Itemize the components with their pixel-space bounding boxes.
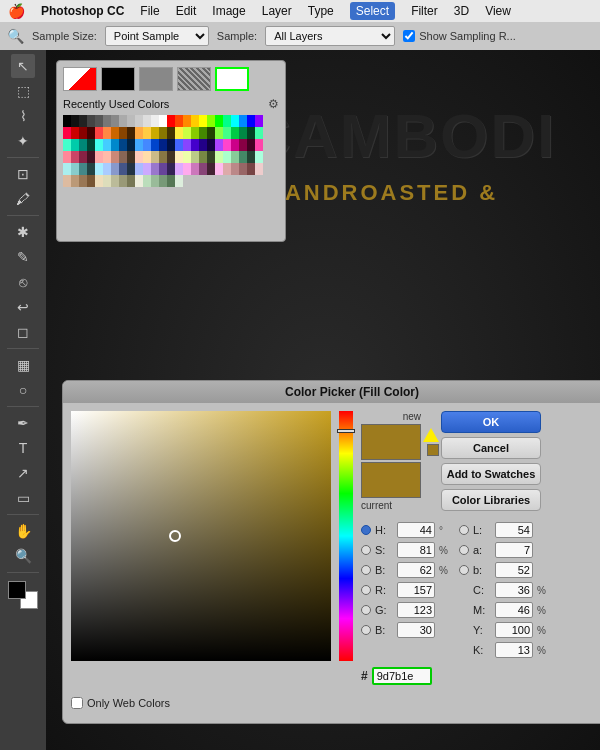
color-swatch-cell[interactable] [151, 139, 159, 151]
color-swatch-cell[interactable] [111, 115, 119, 127]
fg-bg-colors[interactable] [8, 581, 38, 609]
color-swatch-cell[interactable] [255, 151, 263, 163]
color-swatch-cell[interactable] [95, 151, 103, 163]
color-swatch-cell[interactable] [231, 115, 239, 127]
saturation-radio[interactable] [361, 545, 371, 555]
preset-pattern[interactable] [177, 67, 211, 91]
color-swatch-cell[interactable] [71, 127, 79, 139]
color-libraries-button[interactable]: Color Libraries [441, 489, 541, 511]
color-swatch-cell[interactable] [175, 127, 183, 139]
color-swatch-cell[interactable] [223, 115, 231, 127]
color-swatch-cell[interactable] [231, 127, 239, 139]
color-swatch-cell[interactable] [191, 127, 199, 139]
color-swatch-cell[interactable] [143, 139, 151, 151]
blue-input[interactable] [397, 622, 435, 638]
color-swatch-cell[interactable] [207, 139, 215, 151]
color-swatch-cell[interactable] [119, 151, 127, 163]
color-swatch-cell[interactable] [215, 127, 223, 139]
color-swatch-cell[interactable] [119, 175, 127, 187]
color-swatch-cell[interactable] [119, 115, 127, 127]
current-color-swatch[interactable] [361, 462, 421, 498]
color-swatch-cell[interactable] [183, 163, 191, 175]
move-tool[interactable]: ↖ [11, 54, 35, 78]
color-swatch-cell[interactable] [255, 139, 263, 151]
color-swatch-cell[interactable] [247, 163, 255, 175]
hand-tool[interactable]: ✋ [11, 519, 35, 543]
color-swatch-cell[interactable] [207, 115, 215, 127]
color-swatch-cell[interactable] [71, 175, 79, 187]
sample-size-select[interactable]: Point Sample 3 by 3 Average 5 by 5 Avera… [105, 26, 209, 46]
l-radio[interactable] [459, 525, 469, 535]
cyan-input[interactable] [495, 582, 533, 598]
hue-radio[interactable] [361, 525, 371, 535]
a-input[interactable] [495, 542, 533, 558]
hex-input[interactable] [372, 667, 432, 685]
color-swatch-cell[interactable] [95, 139, 103, 151]
color-swatch-cell[interactable] [103, 127, 111, 139]
preset-stroke[interactable] [63, 67, 97, 91]
color-swatch-cell[interactable] [95, 163, 103, 175]
color-swatch-cell[interactable] [255, 115, 263, 127]
color-swatch-cell[interactable] [127, 151, 135, 163]
color-swatch-cell[interactable] [239, 151, 247, 163]
color-swatch-cell[interactable] [103, 163, 111, 175]
color-swatch-cell[interactable] [255, 163, 263, 175]
color-swatch-cell[interactable] [119, 127, 127, 139]
green-radio[interactable] [361, 605, 371, 615]
color-swatch-cell[interactable] [103, 151, 111, 163]
blue-radio[interactable] [361, 625, 371, 635]
menu-view[interactable]: View [485, 4, 511, 18]
color-swatch-cell[interactable] [135, 139, 143, 151]
spot-heal-tool[interactable]: ✱ [11, 220, 35, 244]
color-swatch-cell[interactable] [87, 139, 95, 151]
color-swatch-cell[interactable] [79, 163, 87, 175]
color-swatch-cell[interactable] [183, 127, 191, 139]
color-swatch-cell[interactable] [159, 175, 167, 187]
color-swatch-cell[interactable] [191, 163, 199, 175]
color-swatch-cell[interactable] [239, 163, 247, 175]
preset-gray[interactable] [139, 67, 173, 91]
color-swatch-cell[interactable] [63, 175, 71, 187]
color-swatch-cell[interactable] [239, 139, 247, 151]
color-swatch-cell[interactable] [135, 163, 143, 175]
color-swatch-cell[interactable] [95, 175, 103, 187]
color-swatch-cell[interactable] [231, 139, 239, 151]
color-swatch-cell[interactable] [167, 175, 175, 187]
menu-3d[interactable]: 3D [454, 4, 469, 18]
color-swatch-cell[interactable] [175, 163, 183, 175]
preset-black[interactable] [101, 67, 135, 91]
color-swatch-cell[interactable] [151, 175, 159, 187]
color-swatch-cell[interactable] [215, 151, 223, 163]
color-swatch-cell[interactable] [111, 139, 119, 151]
swatches-settings-icon[interactable]: ⚙ [268, 97, 279, 111]
color-swatch-cell[interactable] [183, 151, 191, 163]
color-swatch-cell[interactable] [207, 151, 215, 163]
color-swatch-cell[interactable] [111, 175, 119, 187]
menu-layer[interactable]: Layer [262, 4, 292, 18]
color-swatch-cell[interactable] [247, 139, 255, 151]
color-swatch-cell[interactable] [167, 127, 175, 139]
color-swatch-cell[interactable] [63, 139, 71, 151]
color-swatch-cell[interactable] [135, 151, 143, 163]
ok-button[interactable]: OK [441, 411, 541, 433]
color-swatch-cell[interactable] [111, 127, 119, 139]
color-swatch-cell[interactable] [215, 139, 223, 151]
color-swatch-cell[interactable] [199, 115, 207, 127]
color-swatch-cell[interactable] [231, 163, 239, 175]
new-color-swatch[interactable] [361, 424, 421, 460]
color-swatch-cell[interactable] [167, 151, 175, 163]
b-lab-input[interactable] [495, 562, 533, 578]
color-swatch-cell[interactable] [167, 139, 175, 151]
l-input[interactable] [495, 522, 533, 538]
spectrum-gradient[interactable] [71, 411, 331, 661]
lasso-tool[interactable]: ⌇ [11, 104, 35, 128]
saturation-input[interactable] [397, 542, 435, 558]
color-swatch-cell[interactable] [135, 115, 143, 127]
color-swatch-cell[interactable] [95, 127, 103, 139]
color-swatch-cell[interactable] [79, 151, 87, 163]
color-swatch-cell[interactable] [143, 151, 151, 163]
menu-filter[interactable]: Filter [411, 4, 438, 18]
color-swatch-cell[interactable] [151, 115, 159, 127]
color-swatch-cell[interactable] [151, 163, 159, 175]
clone-tool[interactable]: ⎋ [11, 270, 35, 294]
